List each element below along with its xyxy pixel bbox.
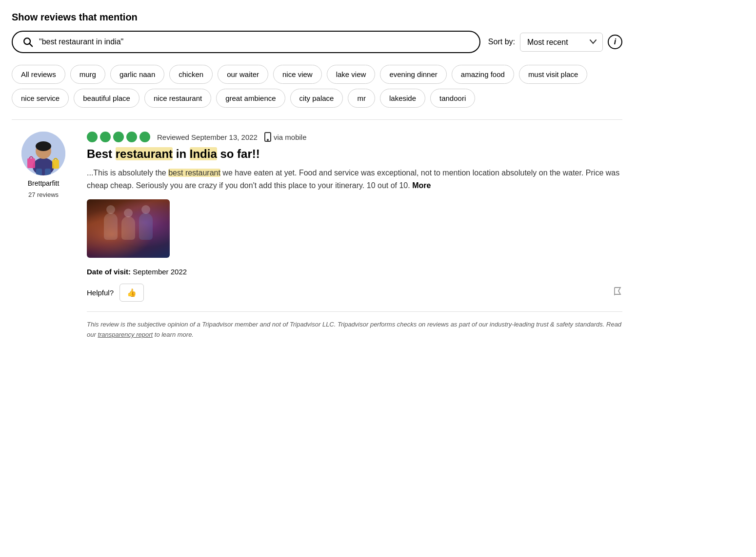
info-icon[interactable]: i [608,35,622,49]
tag-pill[interactable]: great ambience [216,89,285,108]
tag-pill[interactable]: evening dinner [380,65,446,84]
review-body: ...This is absolutely the best restauran… [87,167,622,192]
svg-point-3 [33,158,54,175]
tag-pill[interactable]: nice service [12,89,69,108]
sort-controls: Sort by: Most recentMost helpfulHighest … [488,33,622,52]
flag-icon[interactable] [614,287,622,299]
disclaimer: This review is the subjective opinion of… [87,311,622,340]
date-of-visit-label: Date of visit: [87,268,131,276]
tag-pill[interactable]: beautiful place [74,89,139,108]
helpful-label: Helpful? [87,288,114,297]
person-silhouette-1 [104,213,118,240]
rating-dot-1 [87,132,98,142]
rating-dot-3 [113,132,124,142]
date-of-visit-value: September 2022 [133,268,187,276]
avatar-image [21,132,65,175]
review-title: Best restaurant in India so far!! [87,147,622,161]
tag-pill[interactable]: amazing food [452,65,514,84]
tags-section: All reviewsmurggarlic naanchickenour wai… [12,65,622,108]
svg-line-1 [30,44,32,47]
via-mobile-label: via mobile [264,132,307,142]
section-divider [12,119,622,120]
rating-dots [87,132,150,142]
tag-pill[interactable]: All reviews [12,65,65,84]
person-silhouette-3 [139,213,153,240]
review-title-highlight-india: India [190,147,217,160]
review-title-text-1: Best [87,147,116,160]
review-more-link[interactable]: More [412,181,431,190]
thumbs-up-icon: 👍 [127,288,137,297]
person-silhouette-2 [121,216,135,240]
photo-people [104,213,153,245]
tag-pill[interactable]: tandoori [430,89,475,108]
svg-point-11 [267,139,268,140]
tag-pill[interactable]: lake view [327,65,376,84]
review-section: Brettparfitt 27 reviews Reviewed Septemb… [12,132,622,340]
svg-rect-9 [52,160,59,169]
svg-rect-7 [45,169,51,175]
tag-pill[interactable]: garlic naan [110,65,164,84]
helpful-left: Helpful? 👍 [87,284,144,302]
review-title-text-3: so far!! [217,147,260,160]
photo-overlay [87,199,170,258]
tag-pill[interactable]: must visit place [519,65,588,84]
review-content: Reviewed September 13, 2022 via mobile B… [87,132,622,340]
reviewer-column: Brettparfitt 27 reviews [12,132,75,340]
search-input[interactable]: "best restaurant in india" [39,38,470,46]
avatar [21,132,65,175]
svg-point-5 [36,141,51,151]
tag-pill[interactable]: nice view [273,65,322,84]
search-icon [22,37,33,47]
transparency-link[interactable]: transparency report [98,331,153,338]
reviewer-review-count: 27 reviews [28,191,59,198]
svg-rect-8 [27,158,35,168]
rating-dot-4 [126,132,137,142]
tag-pill[interactable]: nice restaurant [144,89,211,108]
search-box: "best restaurant in india" [12,31,480,53]
review-date: Reviewed September 13, 2022 [157,133,258,141]
page-title: Show reviews that mention [12,12,622,23]
tag-pill[interactable]: chicken [169,65,213,84]
rating-dot-5 [139,132,150,142]
review-body-highlight: best restaurant [168,169,220,177]
mobile-icon [264,132,271,142]
date-of-visit: Date of visit: September 2022 [87,268,622,276]
rating-dot-2 [100,132,111,142]
svg-rect-6 [36,169,42,175]
review-title-highlight-restaurant: restaurant [116,147,173,160]
thumbs-up-button[interactable]: 👍 [119,284,144,302]
disclaimer-end-text: to learn more. [155,331,194,338]
tag-pill[interactable]: mr [348,89,375,108]
helpful-row: Helpful? 👍 [87,284,622,302]
sort-label: Sort by: [488,38,515,46]
review-body-text-1: ...This is absolutely the [87,169,168,177]
review-photo[interactable] [87,199,170,258]
search-sort-row: "best restaurant in india" Sort by: Most… [12,31,622,53]
reviewer-name: Brettparfitt [28,179,60,187]
tag-pill[interactable]: lakeside [380,89,425,108]
tag-pill[interactable]: murg [70,65,105,84]
review-title-text-2: in [173,147,190,160]
sort-select[interactable]: Most recentMost helpfulHighest ratingLow… [520,33,603,52]
tag-pill[interactable]: city palace [290,89,343,108]
tag-pill[interactable]: our waiter [218,65,268,84]
flag-svg [614,287,622,296]
review-meta: Reviewed September 13, 2022 via mobile [87,132,622,142]
